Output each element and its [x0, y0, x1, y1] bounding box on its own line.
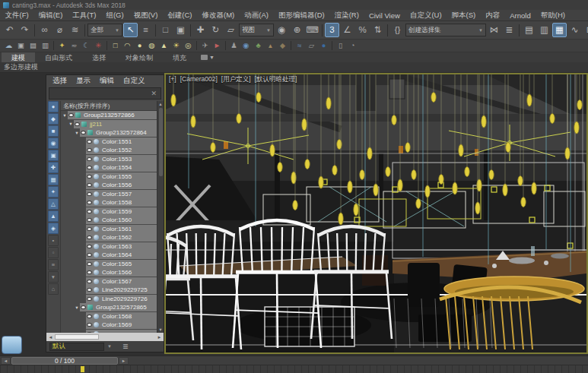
visibility-eye-icon[interactable]: [87, 288, 92, 292]
explorer-menu-customize[interactable]: 自定义: [119, 76, 150, 86]
display-materials-toggle[interactable]: ◈: [48, 223, 59, 234]
display-cameras-toggle[interactable]: ▣: [48, 150, 59, 161]
tree-row[interactable]: Line2029229726: [61, 295, 157, 304]
visibility-eye-icon[interactable]: [87, 227, 92, 231]
chevron-down-icon[interactable]: ▼: [107, 344, 112, 349]
next-frame-button[interactable]: ►: [119, 357, 129, 365]
ring-light-icon[interactable]: ◎: [183, 40, 194, 52]
display-bones-toggle[interactable]: △: [48, 198, 59, 210]
select-and-rotate-icon[interactable]: ↻: [208, 23, 223, 37]
menu-help[interactable]: 帮助(H): [536, 11, 570, 21]
tree-row[interactable]: Color:1557: [61, 190, 157, 199]
visibility-eye-icon[interactable]: [75, 122, 80, 126]
display-particles-toggle[interactable]: ✦: [48, 186, 59, 198]
tree-row[interactable]: Color:1552: [61, 146, 157, 155]
keyboard-shortcut-override-icon[interactable]: ⌨: [305, 23, 319, 37]
menu-edit[interactable]: 编辑(E): [33, 11, 68, 21]
menu-group[interactable]: 组(G): [101, 11, 129, 21]
menu-file[interactable]: 文件(F): [0, 11, 33, 21]
plant-icon[interactable]: ♣: [253, 40, 264, 52]
window-crossing-icon[interactable]: ▣: [173, 23, 188, 37]
menu-civil-view[interactable]: Civil View: [364, 11, 405, 20]
undo-icon[interactable]: ↶: [2, 23, 17, 37]
visibility-eye-icon[interactable]: [87, 140, 92, 144]
visibility-eye-icon[interactable]: [87, 148, 92, 152]
mirror-icon[interactable]: ⋈: [487, 23, 501, 37]
menu-rendering[interactable]: 渲染(R): [329, 11, 364, 21]
visibility-eye-icon[interactable]: [87, 175, 92, 179]
utilities-icon[interactable]: ≂: [68, 40, 80, 52]
tree-row[interactable]: Color:1561: [61, 225, 157, 234]
camera-viewport[interactable]: [+] [Camera002] [用户定义] [默认明暗处理]: [164, 73, 588, 354]
tree-row[interactable]: Line2029229725: [61, 286, 157, 295]
visibility-eye-icon[interactable]: [87, 218, 92, 222]
vertical-scroll-thumb[interactable]: [159, 108, 163, 176]
select-children-toggle[interactable]: ≡: [48, 259, 59, 270]
sun-light-icon[interactable]: ☀: [170, 40, 182, 52]
unlink-selection-icon[interactable]: ⌀: [52, 23, 67, 37]
layer-stack-icon[interactable]: ≣: [122, 343, 129, 350]
tree-row[interactable]: Color:1567: [61, 277, 157, 286]
tree-row-group2132572865[interactable]: ▼ Group2132572865: [61, 303, 157, 312]
tree-row[interactable]: Color:1553: [61, 155, 157, 164]
tree-row[interactable]: Color:1562: [61, 233, 157, 242]
tree-row[interactable]: Color:1556: [61, 181, 157, 190]
visibility-eye-icon[interactable]: [87, 332, 92, 333]
visibility-eye-icon[interactable]: [87, 166, 92, 169]
visibility-eye-icon[interactable]: [87, 245, 92, 248]
reference-coordinate-dropdown[interactable]: 视图 ▼: [239, 24, 274, 36]
select-and-manipulate-icon[interactable]: ⊕: [290, 23, 304, 37]
toggle-layer-explorer-icon[interactable]: ▥: [537, 23, 551, 37]
tree-row[interactable]: Color:1564: [61, 251, 157, 260]
polygon-modeling-panel-label[interactable]: 多边形建模: [4, 62, 38, 72]
keyframe-marker[interactable]: [81, 366, 84, 372]
tab-modeling[interactable]: 建模: [2, 52, 35, 62]
vertical-scrollbar[interactable]: ▲ ▼: [157, 101, 164, 333]
terrain-icon[interactable]: ▴: [265, 40, 276, 52]
sphere-light-icon[interactable]: ●: [134, 40, 145, 52]
menu-graph-editors[interactable]: 图形编辑器(D): [273, 11, 329, 21]
menu-customize[interactable]: 自定义(U): [405, 11, 447, 21]
lock-navigation-toggle[interactable]: ▪: [48, 235, 59, 246]
visibility-eye-icon[interactable]: [68, 113, 74, 117]
horizontal-scroll-thumb[interactable]: [55, 334, 99, 340]
rectangular-selection-region-icon[interactable]: □: [158, 23, 173, 37]
figure-icon[interactable]: ♟: [228, 40, 240, 52]
menu-modifiers[interactable]: 修改器(M): [197, 11, 240, 21]
name-column-header[interactable]: 名称(按升序排序): [61, 101, 157, 111]
viewport-layout-tab[interactable]: [2, 336, 22, 354]
menu-create[interactable]: 创建(C): [163, 11, 197, 21]
track-bar[interactable]: [0, 365, 588, 373]
tree-row[interactable]: Color:1551: [61, 138, 157, 147]
viewport-camera-label[interactable]: [Camera002]: [180, 75, 218, 84]
tree-row[interactable]: Color:1565: [61, 260, 157, 269]
populate-figure-icon[interactable]: ✦: [56, 40, 68, 52]
named-selection-set-dropdown[interactable]: 创建选择集 ▼: [405, 24, 486, 36]
select-and-link-icon[interactable]: ∞: [37, 23, 52, 37]
visibility-eye-icon[interactable]: [87, 262, 92, 266]
active-layer-field[interactable]: 默认: [49, 343, 104, 351]
tree-row[interactable]: Color:1568: [61, 312, 157, 321]
align-icon[interactable]: ≣: [502, 23, 516, 37]
pick-parent-toggle[interactable]: ▫: [48, 247, 59, 258]
expand-caret-icon[interactable]: ▼: [68, 122, 74, 126]
tab-freeform[interactable]: 自由形式: [35, 52, 82, 62]
render-presets-icon[interactable]: ☁: [3, 40, 14, 52]
explorer-menu-edit[interactable]: 编辑: [95, 76, 119, 86]
visibility-eye-icon[interactable]: [87, 323, 92, 327]
ribbon-toggle-icon[interactable]: ▦: [552, 23, 567, 37]
viewport-menu-plus[interactable]: [+]: [169, 75, 176, 84]
toggle-scene-explorer-icon[interactable]: ▤: [522, 23, 536, 37]
rendered-frame-window-icon[interactable]: ▣: [15, 40, 27, 52]
use-pivot-point-icon[interactable]: ◉: [275, 23, 289, 37]
tree-row[interactable]: Color:1563: [61, 242, 157, 251]
schematic-view-icon[interactable]: ⊞: [583, 23, 588, 37]
render-setup-icon[interactable]: ▤: [27, 40, 39, 52]
render-flyout-icon[interactable]: ▥: [40, 40, 51, 52]
expand-caret-icon[interactable]: ▼: [74, 305, 80, 310]
expand-caret-icon[interactable]: ▼: [74, 131, 80, 135]
water-icon[interactable]: ≈: [294, 40, 305, 52]
scroll-left-icon[interactable]: ◄: [46, 335, 55, 340]
display-containers-toggle[interactable]: ▲: [48, 210, 59, 222]
display-geometry-toggle[interactable]: ◆: [48, 113, 59, 125]
